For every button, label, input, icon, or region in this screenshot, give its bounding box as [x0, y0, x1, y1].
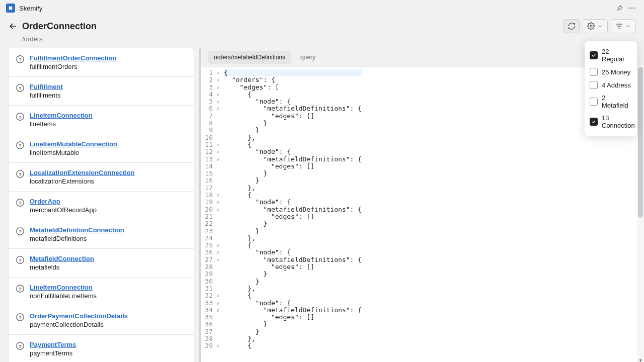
tab[interactable]: query	[294, 51, 321, 64]
type-link[interactable]: LineItemMutableConnection	[30, 140, 117, 148]
tab[interactable]: orders/metafieldDefinitions	[208, 51, 291, 64]
pin-icon[interactable]	[614, 2, 626, 14]
svg-rect-1	[9, 7, 12, 10]
code-view: 1234567891011121314151617181920212223242…	[201, 67, 644, 362]
sidebar-item[interactable]: ?LineItemConnectionnonFulfillableLineIte…	[9, 278, 194, 306]
svg-text:?: ?	[19, 57, 22, 62]
page-header: OrderConnection /orders	[0, 16, 644, 48]
help-icon: ?	[16, 55, 25, 64]
field-label: lineItems	[30, 120, 93, 128]
filter-option[interactable]: 2 Metafield	[590, 92, 632, 112]
filter-option[interactable]: 25 Money	[590, 65, 632, 78]
field-label: metafields	[30, 263, 94, 271]
field-label: metafieldDefinitions	[30, 235, 124, 242]
filter-label: 25 Money	[602, 68, 630, 76]
back-icon[interactable]	[8, 21, 18, 31]
help-icon: ?	[16, 169, 25, 178]
svg-text:?: ?	[19, 200, 22, 206]
svg-text:?: ?	[19, 143, 22, 148]
type-link[interactable]: Fulfillment	[30, 83, 63, 90]
type-link[interactable]: MetafieldConnection	[30, 255, 94, 262]
filter-option[interactable]: 22 Regular	[590, 45, 632, 65]
type-link[interactable]: LocalizationExtensionConnection	[30, 169, 135, 176]
sidebar-item[interactable]: ?LineItemMutableConnectionlineItemsMutab…	[9, 134, 194, 163]
checkbox[interactable]	[590, 118, 598, 126]
help-icon: ?	[16, 313, 25, 322]
sidebar-item[interactable]: ?MetafieldConnectionmetafields	[9, 249, 194, 278]
checkbox[interactable]	[590, 81, 598, 89]
checkbox[interactable]	[590, 68, 598, 76]
svg-text:?: ?	[19, 257, 22, 263]
scroll-thumb[interactable]	[638, 67, 643, 218]
svg-point-2	[629, 8, 630, 9]
refresh-button[interactable]	[564, 19, 580, 33]
help-icon: ?	[16, 341, 25, 350]
type-link[interactable]: OrderApp	[30, 198, 97, 205]
help-icon: ?	[16, 83, 25, 93]
checkbox[interactable]	[590, 98, 598, 106]
svg-text:?: ?	[19, 85, 22, 91]
top-bar: Skemify	[0, 0, 644, 16]
type-link[interactable]: MetafieldDefinitionConnection	[30, 226, 124, 234]
svg-text:?: ?	[19, 171, 22, 177]
svg-point-5	[590, 25, 592, 27]
tab-row: orders/metafieldDefinitionsquery	[201, 48, 644, 67]
help-icon: ?	[16, 255, 25, 264]
help-icon: ?	[16, 227, 25, 236]
field-label: fulfillmentOrders	[30, 63, 117, 70]
help-icon: ?	[16, 284, 25, 293]
sidebar-item[interactable]: ?MetafieldDefinitionConnectionmetafieldD…	[9, 220, 194, 249]
sidebar: ?FulfillmentOrderConnectionfulfillmentOr…	[8, 48, 194, 362]
field-label: localizationExtensions	[30, 177, 135, 185]
sidebar-item[interactable]: ?LineItemConnectionlineItems	[9, 106, 194, 134]
filter-dropdown: 22 Regular25 Money4 Address2 Metafield13…	[585, 41, 637, 136]
filter-label: 22 Regular	[602, 48, 632, 63]
filter-label: 4 Address	[602, 81, 631, 89]
type-link[interactable]: PaymentTerms	[30, 341, 76, 348]
filter-label: 2 Metafield	[602, 94, 632, 109]
type-link[interactable]: LineItemConnection	[30, 284, 97, 291]
app-logo	[6, 4, 15, 13]
filter-option[interactable]: 13 Connection	[590, 112, 632, 132]
page-title: OrderConnection	[22, 21, 97, 32]
svg-text:?: ?	[19, 114, 22, 120]
filter-option[interactable]: 4 Address	[590, 78, 632, 92]
field-label: paymentCollectionDetails	[30, 321, 128, 328]
more-icon[interactable]	[626, 2, 638, 14]
settings-button[interactable]	[583, 19, 608, 33]
svg-point-3	[631, 8, 632, 9]
field-label: lineItemsMutable	[30, 149, 117, 156]
sidebar-item[interactable]: ?FulfillmentOrderConnectionfulfillmentOr…	[9, 48, 194, 77]
type-link[interactable]: FulfillmentOrderConnection	[30, 54, 117, 62]
field-label: paymentTerms	[30, 349, 76, 357]
field-label: merchantOfRecordApp	[30, 206, 97, 214]
svg-point-4	[633, 8, 634, 9]
sidebar-item[interactable]: ?OrderPaymentCollectionDetailspaymentCol…	[9, 306, 194, 335]
page-path: /orders	[22, 35, 636, 43]
svg-text:?: ?	[19, 343, 22, 349]
filter-label: 13 Connection	[602, 114, 635, 129]
help-icon: ?	[16, 112, 25, 121]
type-link[interactable]: LineItemConnection	[30, 112, 93, 119]
field-label: fulfillments	[30, 92, 63, 99]
scroll-down-icon[interactable]: ▼	[637, 357, 644, 362]
svg-text:?: ?	[19, 229, 22, 234]
app-title: Skemify	[19, 5, 42, 12]
checkbox[interactable]	[590, 51, 598, 59]
sidebar-item[interactable]: ?OrderAppmerchantOfRecordApp	[9, 192, 194, 220]
filter-button[interactable]	[611, 19, 636, 33]
sidebar-item[interactable]: ?LocalizationExtensionConnectionlocaliza…	[9, 163, 194, 192]
help-icon: ?	[16, 198, 25, 207]
scrollbar[interactable]: ▼	[637, 65, 644, 362]
svg-text:?: ?	[19, 315, 22, 320]
sidebar-item[interactable]: ?Fulfillmentfulfillments	[9, 77, 194, 106]
field-label: nonFulfillableLineItems	[30, 292, 97, 300]
svg-text:?: ?	[19, 286, 22, 292]
main-panel: orders/metafieldDefinitionsquery 1234567…	[199, 48, 644, 362]
type-link[interactable]: OrderPaymentCollectionDetails	[30, 312, 128, 320]
help-icon: ?	[16, 141, 25, 150]
header-actions	[564, 19, 636, 33]
sidebar-item[interactable]: ?PaymentTermspaymentTerms	[9, 335, 194, 362]
